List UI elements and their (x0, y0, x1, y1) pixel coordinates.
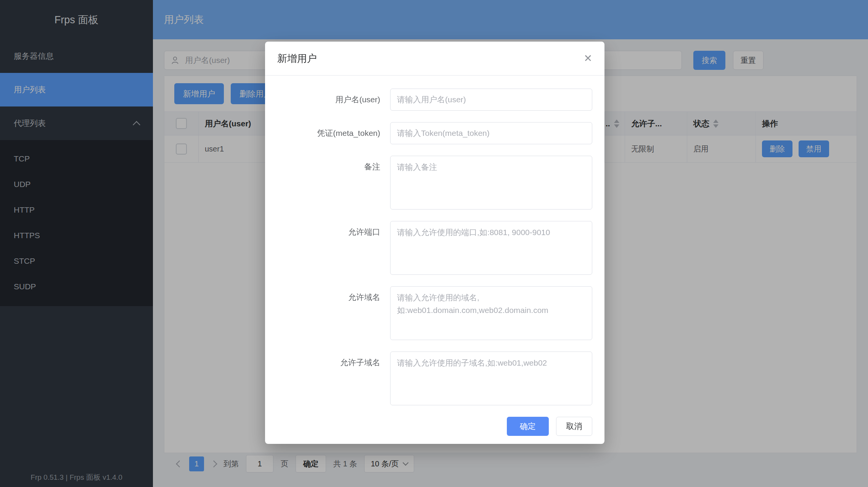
field-wrapper (390, 286, 592, 340)
close-icon[interactable]: ✕ (583, 53, 592, 64)
username-input[interactable] (390, 89, 592, 111)
form-row-token: 凭证(meta_token) (277, 122, 592, 144)
allow-ports-textarea[interactable] (390, 221, 592, 275)
dialog-header: 新增用户 ✕ (265, 42, 604, 76)
token-label: 凭证(meta_token) (277, 122, 380, 144)
form-row-allow-subdomains: 允许子域名 (277, 352, 592, 405)
field-wrapper (390, 221, 592, 275)
allow-domains-label: 允许域名 (277, 286, 380, 340)
notes-textarea[interactable] (390, 156, 592, 210)
allow-subdomains-label: 允许子域名 (277, 352, 380, 405)
cancel-button[interactable]: 取消 (556, 417, 592, 436)
dialog-footer: 确定 取消 (265, 417, 604, 436)
field-wrapper (390, 352, 592, 405)
field-wrapper (390, 156, 592, 210)
token-input[interactable] (390, 122, 592, 144)
notes-label: 备注 (277, 156, 380, 210)
allow-ports-label: 允许端口 (277, 221, 380, 275)
form-row-username: 用户名(user) (277, 89, 592, 111)
field-wrapper (390, 89, 592, 111)
allow-subdomains-textarea[interactable] (390, 352, 592, 405)
username-label: 用户名(user) (277, 89, 380, 111)
field-wrapper (390, 122, 592, 144)
form-row-allow-ports: 允许端口 (277, 221, 592, 275)
form-row-allow-domains: 允许域名 (277, 286, 592, 340)
dialog-form: 用户名(user) 凭证(meta_token) 备注 允许端口 允许域名 (265, 76, 604, 405)
add-user-dialog: 新增用户 ✕ 用户名(user) 凭证(meta_token) 备注 允许端口 (265, 42, 604, 444)
confirm-button[interactable]: 确定 (507, 417, 549, 436)
allow-domains-textarea[interactable] (390, 286, 592, 340)
form-row-notes: 备注 (277, 156, 592, 210)
dialog-title: 新增用户 (277, 52, 317, 65)
